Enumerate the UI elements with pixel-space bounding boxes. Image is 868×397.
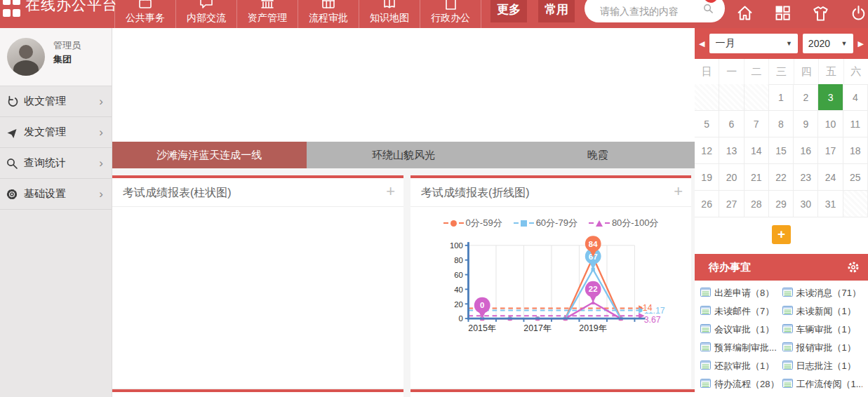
todo-panel: 待办事宜 出差申请（8）未读消息（71）未读邮件（7）未读新闻（1）会议审批（1… [695,254,868,397]
todo-item[interactable]: 未读消息（71） [782,287,863,300]
nav-item-公共事务[interactable]: 公共事务 [114,0,175,28]
line-panel-add-icon[interactable]: + [674,184,683,199]
calendar-day[interactable]: 6 [719,111,744,137]
todo-item[interactable]: 工作流传阅（1... [782,378,863,391]
document-icon [443,0,458,11]
calendar-day[interactable]: 2 [794,84,818,111]
sidebar-menu: 收文管理›发文管理›查询统计›基础设置› [0,86,112,210]
carousel-banner [112,28,695,142]
calendar-day[interactable]: 17 [818,137,843,164]
nav-item-行政办公[interactable]: 行政办公 [420,0,481,28]
todo-item-label: 工作流传阅（1... [796,378,863,391]
todo-title: 待办事宜 [709,261,751,274]
apps-grid-icon[interactable] [773,4,793,23]
legend-square-marker [521,220,527,227]
svg-text:80: 80 [454,256,463,264]
sidebar-item-发文管理[interactable]: 发文管理› [0,117,112,148]
chevron-right-icon: › [99,126,103,140]
calendar-next-icon[interactable]: ▶ [858,39,864,48]
carousel-tab[interactable]: 沙滩海洋蓝天连成一线 [112,142,307,168]
calendar-day[interactable]: 18 [843,137,868,164]
calendar-day[interactable]: 24 [818,164,843,191]
table-doc-icon [700,324,711,335]
calendar-day[interactable]: 22 [769,164,794,191]
nav-item-知识地图[interactable]: 知识地图 [359,0,420,28]
todo-item[interactable]: 出差申请（8） [700,287,781,300]
search-icon[interactable] [703,4,714,17]
common-button[interactable]: 常用 [538,0,575,22]
calendar-day[interactable]: 8 [769,111,794,137]
svg-text:100: 100 [450,241,463,250]
app-screen: 在线办公平台 公共事务内部交流资产管理流程审批知识地图行政办公 更多 常用 管理 [0,0,868,397]
legend-item-60分-79分[interactable]: 60分-79分 [514,217,577,229]
legend-circle-marker [450,220,457,227]
line-chart: 0204060801002015年2017年2019年11.17143.6702… [428,231,674,361]
gear-icon[interactable] [847,261,860,276]
nav-item-流程审批[interactable]: 流程审批 [298,0,359,28]
calendar-day[interactable]: 11 [843,111,868,137]
approval-grid-icon [321,0,336,11]
todo-item[interactable]: 报销审批（1） [782,342,863,354]
calendar-day[interactable]: 13 [719,137,744,164]
power-icon[interactable] [849,4,868,23]
todo-item[interactable]: 车辆审批（1） [782,323,863,336]
theme-shirt-icon[interactable] [811,4,831,23]
calendar-day[interactable]: 4 [843,84,868,111]
calendar-add-row: + [695,219,868,250]
calendar-day[interactable]: 19 [695,164,719,191]
legend-item-80分-100分[interactable]: 80分-100分 [589,217,658,229]
todo-item[interactable]: 待办流程（28） [700,378,781,391]
year-select[interactable]: 2020 ▼ [803,34,853,53]
todo-item[interactable]: 未读新闻（1） [782,305,863,318]
month-select[interactable]: 一月 ▼ [709,34,797,53]
calendar-day[interactable]: 12 [695,137,719,164]
sidebar-item-收文管理[interactable]: 收文管理› [0,86,112,117]
more-button[interactable]: 更多 [490,0,527,22]
calendar-day[interactable]: 25 [843,164,868,191]
legend-item-0分-59分[interactable]: 0分-59分 [443,217,502,229]
book-icon [382,0,397,11]
calendar-day[interactable]: 16 [794,137,818,164]
calendar-day[interactable]: 28 [745,191,769,217]
svg-text:40: 40 [454,285,463,294]
todo-item[interactable]: 还款审批（1） [700,360,781,372]
data-balloon: 22 [585,281,601,302]
todo-item[interactable]: 会议审批（1） [700,323,781,336]
table-doc-icon [782,288,793,299]
calendar-day[interactable]: 5 [695,111,719,137]
calendar-day[interactable]: 9 [794,111,818,137]
top-navbar: 在线办公平台 公共事务内部交流资产管理流程审批知识地图行政办公 更多 常用 [0,0,868,28]
calendar-day[interactable]: 21 [745,164,769,191]
calendar-day[interactable]: 26 [695,191,719,217]
search-stats-icon [6,157,18,170]
calendar-day[interactable]: 14 [745,137,769,164]
nav-item-资产管理[interactable]: 资产管理 [236,0,298,28]
calendar-day[interactable]: 10 [818,111,843,137]
add-event-button[interactable]: + [772,225,791,244]
home-icon[interactable] [735,4,755,23]
calendar-day[interactable]: 29 [769,191,794,217]
nav-item-内部交流[interactable]: 内部交流 [175,0,236,28]
bar-panel-add-icon[interactable]: + [386,184,395,199]
calendar-day[interactable]: 23 [794,164,818,191]
sidebar-item-label: 收文管理 [24,95,99,108]
calendar-day[interactable]: 1 [769,84,794,111]
calendar-day[interactable]: 20 [719,164,744,191]
main-content: 沙滩海洋蓝天连成一线环绕山貌风光晚霞 考试成绩报表(柱状图) + 考试成绩报表(… [112,28,695,397]
sidebar-item-基础设置[interactable]: 基础设置› [0,179,112,210]
calendar-day[interactable]: 3 [818,84,843,111]
todo-item[interactable]: 未读邮件（7） [700,305,781,318]
calendar-day[interactable]: 27 [719,191,744,217]
calendar-prev-icon[interactable]: ◀ [699,39,705,48]
todo-item[interactable]: 预算编制审批... [700,342,781,354]
sidebar-item-查询统计[interactable]: 查询统计› [0,148,112,179]
search-input[interactable] [599,1,693,21]
carousel-tab[interactable]: 环绕山貌风光 [307,142,501,168]
app-logo[interactable]: 在线办公平台 [3,0,118,18]
calendar-day[interactable]: 30 [794,191,818,217]
calendar-day[interactable]: 7 [745,111,769,137]
calendar-day[interactable]: 31 [818,191,843,217]
todo-item[interactable]: 日志批注（1） [782,360,863,372]
calendar-day[interactable]: 15 [769,137,794,164]
carousel-tab[interactable]: 晚霞 [500,142,695,168]
